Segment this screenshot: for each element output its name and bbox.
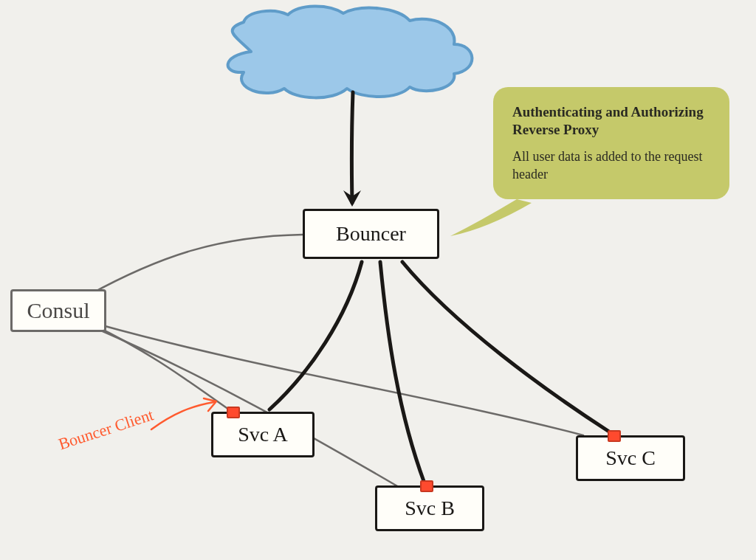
callout-body: All user data is added to the request he… <box>512 148 710 184</box>
node-svc-a: Svc A <box>211 412 315 457</box>
node-consul: Consul <box>10 289 106 332</box>
node-svc-a-label: Svc A <box>238 423 288 446</box>
edge-cloud-bouncer <box>351 92 353 203</box>
client-dot-a <box>227 407 240 418</box>
node-svc-b-label: Svc B <box>405 497 455 520</box>
node-svc-c: Svc C <box>576 435 685 481</box>
callout-tail <box>450 199 532 236</box>
bouncer-client-arrow <box>151 402 214 429</box>
edge-consul-bouncer <box>89 235 303 295</box>
edge-bouncer-svcB <box>380 262 425 483</box>
edge-consul-svcA <box>92 325 229 409</box>
node-svc-b: Svc B <box>375 485 484 531</box>
node-svc-c-label: Svc C <box>605 446 656 470</box>
cloud-icon <box>228 6 472 97</box>
node-bouncer: Bouncer <box>303 209 439 259</box>
callout-title: Authenticating and Authorizing Reverse P… <box>512 103 710 139</box>
node-consul-label: Consul <box>27 298 89 323</box>
callout-box: Authenticating and Authorizing Reverse P… <box>493 87 729 199</box>
client-dot-c <box>608 430 621 442</box>
edge-bouncer-svcC <box>402 262 609 432</box>
edge-consul-svcC <box>100 325 583 435</box>
node-bouncer-label: Bouncer <box>336 222 406 246</box>
edge-bouncer-svcA <box>269 262 362 409</box>
client-dot-b <box>420 480 433 492</box>
